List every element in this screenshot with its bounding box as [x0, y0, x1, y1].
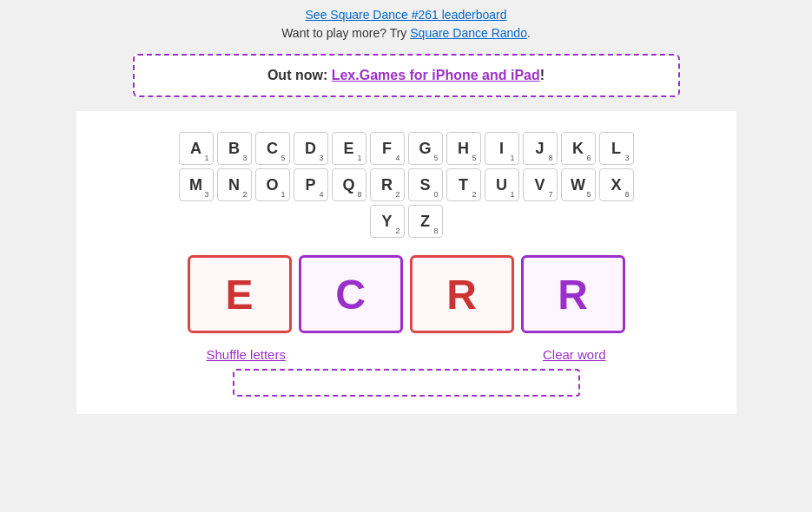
letter-tile-d[interactable]: D3 — [294, 132, 328, 165]
letter-tile-m[interactable]: M3 — [179, 168, 214, 201]
play-more-text: Want to play more? Try Square Dance Rand… — [281, 26, 531, 40]
play-tile-1[interactable]: C — [299, 255, 403, 333]
letter-tile-l[interactable]: L3 — [599, 132, 634, 165]
letter-tile-x[interactable]: X8 — [599, 168, 634, 201]
letter-tile-o[interactable]: O1 — [255, 168, 290, 201]
letter-tile-z[interactable]: Z8 — [408, 205, 443, 238]
word-input-box[interactable] — [233, 369, 580, 397]
letter-tile-f[interactable]: F4 — [370, 132, 405, 165]
play-area: ECRR — [188, 255, 625, 333]
game-area: A1B3C5D3E1F4G5H5I1J8K6L3M3N2O1P4Q8R2S0T2… — [76, 111, 736, 414]
letter-tile-h[interactable]: H5 — [446, 132, 481, 165]
letter-tile-r[interactable]: R2 — [370, 168, 405, 201]
letter-tile-k[interactable]: K6 — [561, 132, 596, 165]
promo-box: Out now: Lex.Games for iPhone and iPad! — [133, 54, 680, 97]
letter-grid: A1B3C5D3E1F4G5H5I1J8K6L3M3N2O1P4Q8R2S0T2… — [163, 132, 650, 238]
promo-prefix: Out now: — [267, 68, 332, 82]
letter-tile-c[interactable]: C5 — [255, 132, 290, 165]
clear-word-button[interactable]: Clear word — [543, 347, 606, 362]
promo-link[interactable]: Lex.Games for iPhone and iPad — [332, 68, 540, 82]
letter-tile-j[interactable]: J8 — [523, 132, 558, 165]
page-wrapper: See Square Dance #261 leaderboard Want t… — [0, 0, 812, 512]
play-tile-3[interactable]: R — [521, 255, 625, 333]
letter-tile-e[interactable]: E1 — [332, 132, 366, 165]
letter-tile-v[interactable]: V7 — [523, 168, 558, 201]
leaderboard-link[interactable]: See Square Dance #261 leaderboard — [306, 8, 507, 22]
square-dance-rando-link[interactable]: Square Dance Rando — [410, 26, 527, 40]
letter-tile-q[interactable]: Q8 — [332, 168, 366, 201]
letter-tile-y[interactable]: Y2 — [370, 205, 405, 238]
letter-tile-p[interactable]: P4 — [294, 168, 328, 201]
letter-tile-w[interactable]: W5 — [561, 168, 596, 201]
letter-tile-n[interactable]: N2 — [217, 168, 252, 201]
actions-row: Shuffle letters Clear word — [207, 347, 606, 362]
letter-tile-i[interactable]: I1 — [485, 132, 519, 165]
letter-tile-g[interactable]: G5 — [408, 132, 443, 165]
letter-tile-s[interactable]: S0 — [408, 168, 443, 201]
play-tile-0[interactable]: E — [188, 255, 292, 333]
letter-tile-a[interactable]: A1 — [179, 132, 214, 165]
top-links: See Square Dance #261 leaderboard Want t… — [281, 7, 531, 40]
letter-tile-b[interactable]: B3 — [217, 132, 252, 165]
shuffle-letters-button[interactable]: Shuffle letters — [207, 347, 286, 362]
play-tile-2[interactable]: R — [410, 255, 514, 333]
letter-tile-t[interactable]: T2 — [446, 168, 481, 201]
letter-tile-u[interactable]: U1 — [485, 168, 519, 201]
promo-suffix: ! — [540, 68, 545, 82]
